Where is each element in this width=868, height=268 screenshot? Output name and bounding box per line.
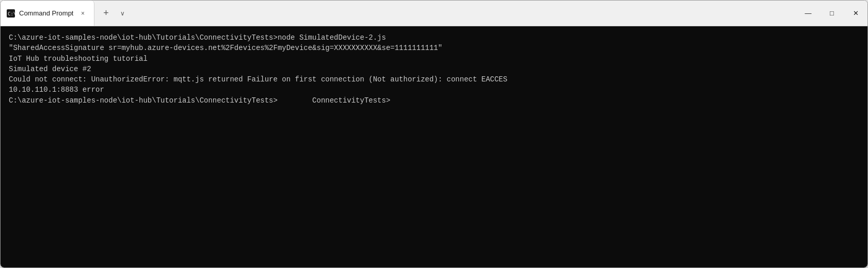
window: C:\ Command Prompt × + ∨ — □ ✕ C:\azure-…	[0, 0, 868, 268]
titlebar: C:\ Command Prompt × + ∨ — □ ✕	[1, 1, 867, 26]
tab-label: Command Prompt	[19, 9, 73, 17]
window-controls: — □ ✕	[796, 1, 867, 26]
terminal-line: Simulated device #2	[9, 64, 859, 74]
terminal-line: "SharedAccessSignature sr=myhub.azure-de…	[9, 43, 859, 53]
close-button[interactable]: ✕	[844, 1, 867, 26]
terminal-output: C:\azure-iot-samples-node\iot-hub\Tutori…	[1, 26, 867, 267]
terminal-icon: C:\	[7, 9, 15, 18]
terminal-line: C:\azure-iot-samples-node\iot-hub\Tutori…	[9, 95, 859, 106]
svg-text:C:\: C:\	[8, 11, 15, 16]
terminal-line: 10.10.110.1:8883 error	[9, 85, 859, 95]
tab-area: C:\ Command Prompt × + ∨	[1, 1, 796, 26]
minimize-button[interactable]: —	[796, 1, 820, 26]
terminal-line: IoT Hub troubleshooting tutorial	[9, 54, 859, 64]
new-tab-button[interactable]: +	[97, 4, 115, 23]
tab-command-prompt[interactable]: C:\ Command Prompt ×	[1, 1, 94, 26]
terminal-line: C:\azure-iot-samples-node\iot-hub\Tutori…	[9, 32, 859, 43]
tab-dropdown-button[interactable]: ∨	[115, 6, 130, 21]
terminal-line: Could not connect: UnauthorizedError: mq…	[9, 74, 859, 85]
maximize-button[interactable]: □	[820, 1, 844, 26]
tab-close-button[interactable]: ×	[77, 8, 88, 19]
